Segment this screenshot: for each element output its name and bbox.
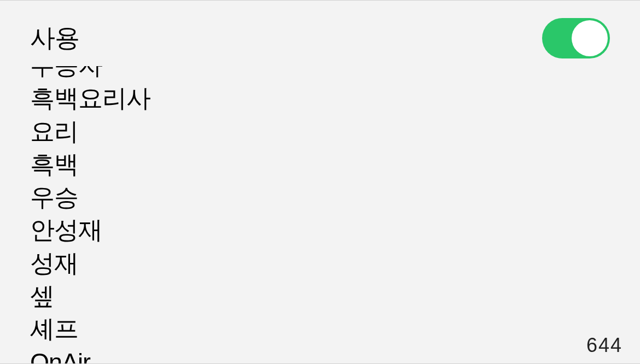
- list-item: 안성재: [30, 214, 610, 246]
- list-item: 우승: [30, 181, 610, 214]
- list-item: 흑백: [30, 148, 610, 181]
- list-item: 요리: [30, 115, 610, 148]
- list-item: OnAir: [30, 346, 610, 363]
- counter-value: 644: [586, 334, 622, 357]
- list-item: 셰프: [30, 313, 610, 345]
- toggle-knob: [572, 20, 608, 56]
- list-item: 우승자: [30, 66, 610, 82]
- header-row: 사용: [0, 1, 640, 55]
- list-item: 셒: [30, 280, 610, 313]
- list-item: 흑백요리사: [30, 82, 610, 115]
- page-title: 사용: [30, 21, 610, 55]
- enable-toggle[interactable]: [542, 18, 610, 58]
- list-item: 성재: [30, 247, 610, 280]
- keyword-list: 우승자 흑백요리사 요리 흑백 우승 안성재 성재 셒 셰프 OnAir 트리플…: [30, 66, 610, 363]
